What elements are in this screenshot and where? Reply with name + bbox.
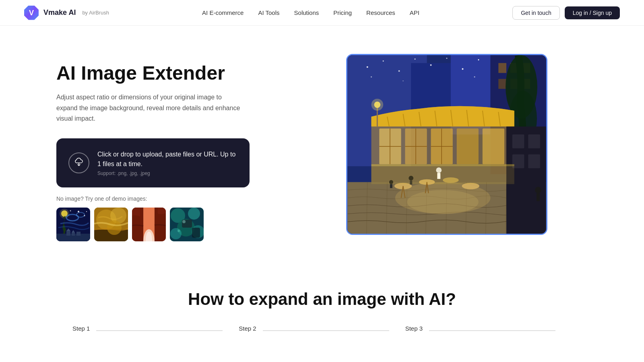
nav-ai-ecommerce[interactable]: AI E-commerce [202,9,244,16]
nav-solutions[interactable]: Solutions [294,9,319,16]
svg-point-123 [372,99,384,111]
svg-point-7 [70,210,71,212]
demo-label: No image? Try one of demo images: [56,195,266,202]
svg-rect-115 [512,134,524,148]
svg-point-54 [402,80,403,81]
step-3-line [429,330,555,331]
brand-by: by AirBrush [82,10,109,16]
upload-cloud-icon [74,157,84,169]
step-2-label: Step 2 [239,325,256,332]
upload-icon-wrapper [68,152,89,173]
svg-point-6 [84,215,85,216]
demo-thumb-canyon[interactable] [132,208,166,241]
svg-point-8 [86,211,87,212]
hero-title: AI Image Extender [56,62,266,84]
svg-point-5 [78,211,79,212]
svg-point-48 [478,59,479,60]
svg-rect-80 [457,129,479,165]
nav-api[interactable]: API [410,9,419,16]
svg-point-53 [371,76,372,78]
brand-name: Vmake AI [43,8,76,17]
svg-point-20 [107,220,122,235]
svg-rect-124 [372,164,514,184]
step-3-label: Step 3 [405,325,423,332]
nav-pricing[interactable]: Pricing [333,9,352,16]
svg-point-55 [474,76,475,78]
svg-rect-61 [498,79,506,89]
step-2-line [263,330,389,331]
upload-dropzone[interactable]: Click or drop to upload, paste files or … [56,138,250,187]
svg-point-43 [398,70,400,72]
svg-point-35 [182,220,186,223]
svg-point-99 [407,190,479,214]
hero-image-container [290,54,604,235]
svg-point-47 [462,68,463,70]
steps-row: Step 1 Step 2 Step 3 [40,325,604,332]
step-1: Step 1 [72,325,239,332]
svg-point-32 [170,228,182,239]
logo-area: V Vmake AI by AirBrush [24,6,109,20]
svg-point-45 [430,64,432,66]
nav-actions: Get in touch Log in / Sign up [512,6,620,20]
svg-rect-34 [192,228,200,238]
demo-images-row [56,208,266,241]
svg-point-44 [415,58,416,60]
svg-point-46 [446,58,448,59]
demo-thumb-starry-night[interactable] [56,208,90,241]
hero-main-image [346,54,547,235]
svg-point-119 [535,187,541,193]
logo-letter: V [29,9,34,16]
how-to-section: How to expand an image with AI? Step 1 S… [0,265,644,348]
svg-point-41 [367,66,368,68]
svg-rect-58 [498,63,506,73]
step-1-label: Step 1 [72,325,90,332]
svg-rect-12 [76,232,80,236]
upload-text-area: Click or drop to upload, paste files or … [97,150,237,176]
hero-section: AI Image Extender Adjust aspect ratio or… [0,26,644,265]
step-3: Step 3 [405,325,572,332]
svg-rect-111 [390,184,392,188]
hero-description: Adjust aspect ratio or dimensions of you… [56,92,242,124]
login-signup-button[interactable]: Log in / Sign up [565,6,620,19]
svg-point-36 [178,230,180,232]
logo-icon: V [24,6,39,20]
svg-rect-11 [72,232,75,236]
nav-links: AI E-commerce AI Tools Solutions Pricing… [202,9,419,16]
hero-content: AI Image Extender Adjust aspect ratio or… [56,54,266,241]
navigation: V Vmake AI by AirBrush AI E-commerce AI … [0,0,644,26]
demo-thumb-teal-texture[interactable] [170,208,204,241]
step-2: Step 2 [239,325,405,332]
get-in-touch-button[interactable]: Get in touch [512,6,560,20]
demo-thumb-golden-field[interactable] [94,208,128,241]
nav-resources[interactable]: Resources [366,9,395,16]
how-to-title: How to expand an image with AI? [40,290,604,309]
upload-main-text: Click or drop to upload, paste files or … [97,150,237,169]
svg-rect-81 [483,129,504,165]
svg-point-42 [383,60,384,62]
svg-rect-120 [537,193,540,201]
svg-rect-118 [528,154,540,169]
step-1-line [96,330,223,331]
nav-ai-tools[interactable]: AI Tools [258,9,279,16]
svg-rect-125 [372,164,514,166]
svg-rect-10 [66,231,70,236]
svg-point-29 [188,208,200,220]
svg-rect-116 [528,134,540,148]
upload-support-text: Support: .png, .jpg, .jpeg [97,171,237,176]
